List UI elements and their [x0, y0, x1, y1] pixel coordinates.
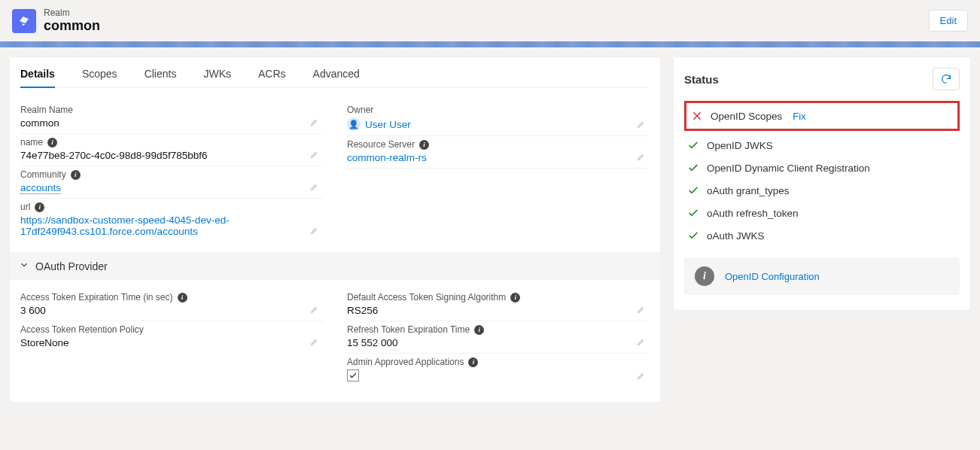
- label-name: name i: [20, 137, 323, 147]
- label-retention: Access Token Retention Policy: [20, 324, 323, 335]
- status-highlight: OpenID Scopes Fix: [684, 101, 960, 131]
- label-resource-server: Resource Server i: [347, 139, 650, 150]
- label-refresh-exp-text: Refresh Token Expiration Time: [347, 324, 470, 335]
- label-admin-approved: Admin Approved Applications i: [347, 357, 650, 367]
- field-access-token-exp: Access Token Expiration Time (in sec) i …: [20, 289, 323, 321]
- check-icon: [687, 230, 699, 242]
- wave-strip: [0, 41, 980, 47]
- status-label: oAuth JWKS: [707, 230, 765, 242]
- tab-jwks[interactable]: JWKs: [203, 68, 231, 87]
- label-resource-server-text: Resource Server: [347, 139, 415, 150]
- label-default-alg-text: Default Access Token Signing Algorithm: [347, 292, 506, 303]
- status-label: OpenID Dynamic Client Registration: [707, 163, 870, 174]
- value-default-alg: RS256: [347, 305, 650, 316]
- oauth-grid: Access Token Expiration Time (in sec) i …: [20, 289, 650, 387]
- value-name: 74e77be8-270c-4c0c-98d8-99d5f785bbf6: [20, 150, 323, 161]
- admin-approved-checkbox[interactable]: [347, 369, 359, 382]
- details-panel: Details Scopes Clients JWKs ACRs Advance…: [9, 56, 661, 403]
- label-admin-approved-text: Admin Approved Applications: [347, 357, 464, 367]
- field-url: url i https://sandbox-customer-speed-404…: [20, 199, 323, 242]
- field-refresh-exp: Refresh Token Expiration Time i 15 552 0…: [347, 321, 650, 354]
- openid-config-link[interactable]: OpenID Configuration: [725, 271, 820, 282]
- label-access-token-exp: Access Token Expiration Time (in sec) i: [20, 292, 323, 303]
- realm-icon: [12, 9, 36, 33]
- tab-advanced[interactable]: Advanced: [313, 68, 360, 87]
- info-icon[interactable]: i: [468, 357, 478, 367]
- page-header: Realm common Edit: [0, 0, 980, 41]
- label-realm-name: Realm Name: [20, 105, 323, 115]
- edit-pencil-icon[interactable]: [309, 225, 320, 236]
- edit-pencil-icon[interactable]: [636, 151, 647, 162]
- status-item-openid-scopes: OpenID Scopes Fix: [688, 105, 953, 127]
- edit-pencil-icon[interactable]: [636, 336, 647, 347]
- status-item-grant-types: oAuth grant_types: [684, 179, 960, 202]
- label-access-token-exp-text: Access Token Expiration Time (in sec): [20, 292, 173, 303]
- cross-icon: [691, 110, 703, 122]
- info-icon[interactable]: i: [419, 140, 429, 150]
- status-item-refresh-token: oAuth refresh_token: [684, 202, 960, 224]
- status-item-openid-jwks: OpenID JWKS: [684, 134, 960, 157]
- check-icon: [687, 139, 699, 151]
- value-resource-server[interactable]: common-realm-rs: [347, 152, 427, 163]
- field-default-alg: Default Access Token Signing Algorithm i…: [347, 289, 650, 321]
- label-url: url i: [20, 202, 323, 212]
- chevron-down-icon: [19, 260, 29, 272]
- realm-label: Realm: [44, 8, 929, 18]
- check-icon: [687, 184, 699, 196]
- edit-pencil-icon[interactable]: [309, 117, 320, 127]
- oauth-section[interactable]: OAuth Provider: [10, 252, 660, 280]
- field-resource-server: Resource Server i common-realm-rs: [347, 136, 650, 169]
- field-community: Community i accounts: [20, 166, 323, 199]
- status-item-oauth-jwks: oAuth JWKS: [684, 224, 960, 247]
- label-owner: Owner: [347, 105, 650, 115]
- realm-name: common: [44, 18, 929, 34]
- check-icon: [687, 162, 699, 174]
- label-default-alg: Default Access Token Signing Algorithm i: [347, 292, 650, 303]
- field-admin-approved: Admin Approved Applications i: [347, 354, 650, 387]
- label-name-text: name: [20, 137, 43, 147]
- value-realm-name: common: [20, 117, 323, 129]
- edit-pencil-icon[interactable]: [636, 370, 647, 381]
- status-title: Status: [684, 73, 719, 86]
- field-name: name i 74e77be8-270c-4c0c-98d8-99d5f785b…: [20, 134, 323, 166]
- edit-pencil-icon[interactable]: [309, 304, 320, 315]
- info-icon[interactable]: i: [510, 293, 520, 303]
- edit-pencil-icon[interactable]: [309, 336, 320, 347]
- label-community: Community i: [20, 169, 323, 180]
- field-realm-name: Realm Name common: [20, 102, 323, 134]
- edit-button[interactable]: Edit: [929, 10, 968, 32]
- tab-details[interactable]: Details: [20, 68, 55, 87]
- label-community-text: Community: [20, 169, 66, 180]
- value-url[interactable]: https://sandbox-customer-speed-4045-dev-…: [20, 214, 230, 237]
- info-icon[interactable]: i: [35, 202, 44, 212]
- edit-pencil-icon[interactable]: [636, 304, 647, 315]
- status-label: OpenID JWKS: [707, 140, 773, 151]
- edit-pencil-icon[interactable]: [636, 119, 647, 129]
- tab-scopes[interactable]: Scopes: [82, 68, 117, 87]
- refresh-button[interactable]: [933, 68, 960, 90]
- label-url-text: url: [20, 202, 30, 212]
- value-access-token-exp: 3 600: [20, 305, 323, 316]
- info-icon[interactable]: i: [47, 138, 57, 147]
- label-refresh-exp: Refresh Token Expiration Time i: [347, 324, 650, 335]
- info-icon[interactable]: i: [178, 293, 187, 303]
- tab-acrs[interactable]: ACRs: [258, 68, 286, 87]
- value-community[interactable]: accounts: [20, 182, 61, 194]
- owner-link[interactable]: User User: [365, 119, 411, 130]
- info-icon[interactable]: i: [474, 325, 484, 335]
- edit-pencil-icon[interactable]: [309, 181, 320, 192]
- refresh-icon: [940, 73, 952, 85]
- openid-config-box: i OpenID Configuration: [684, 257, 960, 295]
- realm-info: Realm common: [44, 8, 929, 34]
- details-grid: Realm Name common name i 74e77be8-270c-4…: [20, 102, 650, 242]
- value-refresh-exp: 15 552 000: [347, 337, 650, 348]
- field-owner: Owner 👤 User User: [347, 102, 650, 136]
- edit-pencil-icon[interactable]: [309, 149, 320, 160]
- value-admin-approved: [347, 369, 650, 382]
- value-owner: 👤 User User: [347, 117, 650, 131]
- fix-link[interactable]: Fix: [793, 111, 805, 122]
- field-retention: Access Token Retention Policy StoreNone: [20, 321, 323, 353]
- info-icon[interactable]: i: [71, 170, 81, 180]
- tab-clients[interactable]: Clients: [145, 68, 177, 87]
- avatar-icon: 👤: [347, 117, 361, 131]
